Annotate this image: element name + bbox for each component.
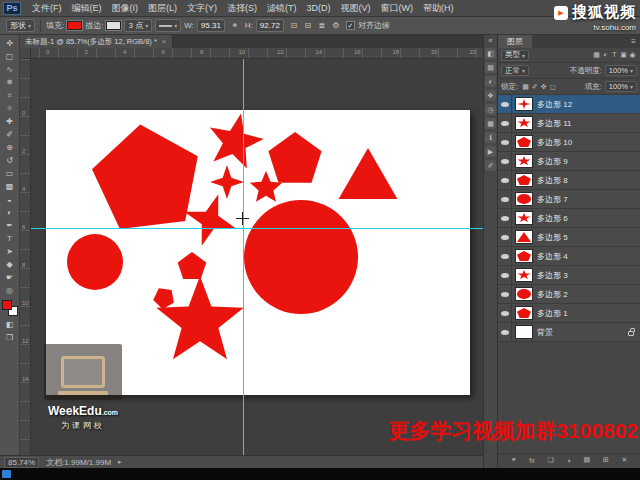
filter-pixel-layers-icon[interactable]: ▦ <box>592 51 601 59</box>
visibility-eye-icon[interactable] <box>498 114 512 132</box>
path-selection-tool[interactable]: ➤ <box>1 245 19 258</box>
lock-pixels-icon[interactable]: ✐ <box>530 83 539 91</box>
visibility-eye-icon[interactable] <box>498 285 512 303</box>
visibility-eye-icon[interactable] <box>498 247 512 265</box>
brush-panel-icon[interactable]: ✐ <box>485 160 496 171</box>
swatches-panel-icon[interactable]: ▤ <box>485 62 496 73</box>
tab-layers[interactable]: 图层 <box>498 35 532 48</box>
fill-color-swatch[interactable] <box>67 21 82 30</box>
menu-item[interactable]: 图像(I) <box>107 0 144 17</box>
gradient-tool[interactable]: ▩ <box>1 180 19 193</box>
stroke-type-dropdown[interactable] <box>155 19 181 32</box>
menu-item[interactable]: 3D(D) <box>302 0 336 17</box>
settings-gear-icon[interactable]: ⚙ <box>329 19 343 32</box>
pen-tool[interactable]: ✒ <box>1 219 19 232</box>
filter-smart-objects-icon[interactable]: ◉ <box>628 51 637 59</box>
foreground-color-swatch[interactable] <box>2 300 12 310</box>
lock-all-icon[interactable]: ◻ <box>548 83 557 91</box>
layer-filter-dropdown[interactable]: 类型 <box>501 50 529 61</box>
styles-panel-icon[interactable]: ❖ <box>485 90 496 101</box>
panel-menu-icon[interactable]: ≡ <box>631 37 636 46</box>
layer-row[interactable]: 多边形 2 <box>498 285 640 304</box>
move-tool[interactable]: ✜ <box>1 37 19 50</box>
document-tab[interactable]: 未标题-1 @ 85.7%(多边形 12, RGB/8) * × <box>20 35 173 48</box>
filter-adjustment-layers-icon[interactable]: ◐ <box>601 51 610 59</box>
screen-mode-icon[interactable]: ❒ <box>1 331 19 344</box>
menu-item[interactable]: 滤镜(T) <box>262 0 302 17</box>
stroke-width-dropdown[interactable]: 3 点 <box>124 19 152 32</box>
lasso-tool[interactable]: ∿ <box>1 63 19 76</box>
magic-wand-tool[interactable]: ✵ <box>1 76 19 89</box>
healing-brush-tool[interactable]: ✚ <box>1 115 19 128</box>
history-panel-icon[interactable]: ◷ <box>485 104 496 115</box>
quick-mask-icon[interactable]: ◧ <box>1 318 19 331</box>
layer-row[interactable]: 多边形 12 <box>498 95 640 114</box>
adjustment-layer-icon[interactable]: ◑ <box>566 457 570 464</box>
dodge-tool[interactable]: ◐ <box>1 206 19 219</box>
layer-thumbnail[interactable] <box>516 231 532 243</box>
info-panel-icon[interactable]: ℹ <box>485 132 496 143</box>
color-swatches[interactable] <box>2 300 18 316</box>
layer-effects-icon[interactable]: fx <box>529 457 534 464</box>
width-input[interactable]: 95.31 <box>197 19 225 32</box>
visibility-eye-icon[interactable] <box>498 171 512 189</box>
layer-row[interactable]: 多边形 6 <box>498 209 640 228</box>
layer-thumbnail[interactable] <box>516 193 532 205</box>
visibility-eye-icon[interactable] <box>498 304 512 322</box>
menu-item[interactable]: 选择(S) <box>222 0 262 17</box>
layer-thumbnail[interactable] <box>516 269 532 281</box>
new-layer-icon[interactable]: ⊞ <box>603 456 609 464</box>
collapse-panels-icon[interactable]: « <box>488 36 492 45</box>
path-operations-icon[interactable]: ⊡ <box>287 19 301 32</box>
brush-tool[interactable]: ✐ <box>1 128 19 141</box>
layer-thumbnail[interactable] <box>516 288 532 300</box>
crop-tool[interactable]: ⌗ <box>1 89 19 102</box>
actions-panel-icon[interactable]: ▶ <box>485 146 496 157</box>
color-panel-icon[interactable]: ◧ <box>485 48 496 59</box>
layer-row[interactable]: 多边形 11 <box>498 114 640 133</box>
menu-item[interactable]: 视图(V) <box>336 0 376 17</box>
history-brush-tool[interactable]: ↺ <box>1 154 19 167</box>
lock-position-icon[interactable]: ✜ <box>539 83 548 91</box>
visibility-eye-icon[interactable] <box>498 266 512 284</box>
layer-row[interactable]: 多边形 10 <box>498 133 640 152</box>
adjustments-panel-icon[interactable]: ◐ <box>485 76 496 87</box>
zoom-level-input[interactable]: 85.74% <box>4 457 39 468</box>
layer-thumbnail[interactable] <box>516 212 532 224</box>
shape-tool[interactable]: ◆ <box>1 258 19 271</box>
visibility-eye-icon[interactable] <box>498 209 512 227</box>
layer-row[interactable]: 多边形 4 <box>498 247 640 266</box>
menu-item[interactable]: 文字(Y) <box>182 0 222 17</box>
layer-thumbnail[interactable] <box>516 307 532 319</box>
layer-group-icon[interactable]: ▤ <box>583 456 590 464</box>
tool-mode-dropdown[interactable]: 形状 <box>6 19 35 32</box>
link-layers-icon[interactable]: ⚭ <box>511 456 517 464</box>
layer-thumbnail[interactable] <box>516 326 532 338</box>
filter-shape-layers-icon[interactable]: ▣ <box>619 51 628 59</box>
layer-row[interactable]: 多边形 8 <box>498 171 640 190</box>
player-icon[interactable] <box>2 470 11 478</box>
close-tab-icon[interactable]: × <box>162 37 167 46</box>
layer-row[interactable]: 多边形 3 <box>498 266 640 285</box>
menu-item[interactable]: 编辑(E) <box>67 0 107 17</box>
delete-layer-icon[interactable]: ✕ <box>621 456 627 464</box>
menu-item[interactable]: 文件(F) <box>27 0 67 17</box>
path-arrange-icon[interactable]: ≣ <box>315 19 329 32</box>
layer-row[interactable]: 多边形 1 <box>498 304 640 323</box>
layer-thumbnail[interactable] <box>516 155 532 167</box>
blur-tool[interactable]: ◒ <box>1 193 19 206</box>
visibility-eye-icon[interactable] <box>498 133 512 151</box>
visibility-eye-icon[interactable] <box>498 152 512 170</box>
visibility-eye-icon[interactable] <box>498 190 512 208</box>
lock-transparency-icon[interactable]: ▦ <box>521 83 530 91</box>
link-dimensions-icon[interactable]: ⚭ <box>228 19 242 32</box>
layer-row[interactable]: 多边形 9 <box>498 152 640 171</box>
height-input[interactable]: 92.72 <box>256 19 284 32</box>
layer-thumbnail[interactable] <box>516 174 532 186</box>
eyedropper-tool[interactable]: ✧ <box>1 102 19 115</box>
layer-row[interactable]: 多边形 5 <box>498 228 640 247</box>
visibility-eye-icon[interactable] <box>498 228 512 246</box>
layer-thumbnail[interactable] <box>516 136 532 148</box>
layer-row[interactable]: 背景 <box>498 323 640 342</box>
visibility-eye-icon[interactable] <box>498 323 512 341</box>
